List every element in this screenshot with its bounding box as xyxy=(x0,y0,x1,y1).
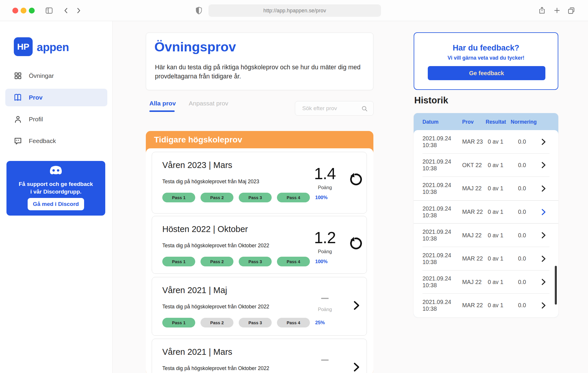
row-chevron-icon[interactable] xyxy=(539,208,548,216)
no-score-dash xyxy=(321,359,329,361)
table-scrollbar[interactable] xyxy=(555,266,557,305)
score-label: Poäng xyxy=(308,185,342,190)
historik-table-body: 2021.09.24 10:38 MAR 23 0 av 1 0.0 2021.… xyxy=(414,130,558,317)
test-card-description: Testa dig på högskoleprovet från Oktober… xyxy=(162,365,269,372)
pass-3-badge: Pass 3 xyxy=(239,193,272,202)
row-datum: 2021.09.24 10:38 xyxy=(422,135,462,149)
row-normering: 0.0 xyxy=(511,232,539,239)
historik-row[interactable]: 2021.09.24 10:38 MAR 22 0 av 1 0.0 xyxy=(414,294,558,317)
column-header-resultat: Resultat xyxy=(486,118,511,125)
historik-row[interactable]: 2021.09.24 10:38 MAJ 22 0 av 1 0.0 xyxy=(414,224,558,247)
historik-row[interactable]: 2021.09.24 10:38 MAR 23 0 av 1 0.0 xyxy=(414,130,558,154)
test-card-hosten-2022-oktober[interactable]: Hösten 2022 | Oktober Testa dig på högsk… xyxy=(152,216,367,274)
score-label: Poäng xyxy=(308,307,342,312)
row-prov: MAJ 22 xyxy=(462,279,486,285)
book-icon xyxy=(14,93,22,102)
historik-row[interactable]: 2021.09.24 10:38 MAJ 22 0 av 1 0.0 xyxy=(414,270,558,294)
section-body: Våren 2023 | Mars Testa dig på högskolep… xyxy=(146,148,373,373)
row-resultat: 0 av 1 xyxy=(486,209,511,215)
feedback-card: Har du feedback? Vi vill gärna veta vad … xyxy=(414,32,558,90)
app-logo[interactable]: HP xyxy=(14,37,33,56)
row-chevron-icon[interactable] xyxy=(539,231,548,240)
row-resultat: 0 av 1 xyxy=(486,138,511,145)
pass-4-badge: Pass 4 xyxy=(277,318,310,327)
sidebar-item-ovningar[interactable]: Övningar xyxy=(5,67,107,85)
tab-overview-icon[interactable] xyxy=(567,6,575,16)
sidebar-item-profil[interactable]: Profil xyxy=(5,110,107,128)
grid-icon xyxy=(14,71,22,80)
discord-join-button[interactable]: Gå med i Discord xyxy=(28,198,84,210)
sidebar: HP appen Övningar Prov Profil xyxy=(0,21,113,373)
row-normering: 0.0 xyxy=(511,162,539,169)
test-card-varen-2021-mars[interactable]: Våren 2021 | Mars Testa dig på högskolep… xyxy=(152,339,367,373)
minimize-window-button[interactable] xyxy=(21,8,26,14)
retry-icon[interactable] xyxy=(348,173,362,187)
row-chevron-icon[interactable] xyxy=(539,254,548,263)
retry-icon[interactable] xyxy=(348,237,362,251)
open-test-chevron-icon[interactable] xyxy=(350,361,362,373)
historik-title: Historik xyxy=(414,95,448,106)
pass-2-badge: Pass 2 xyxy=(201,318,233,327)
historik-table: Datum Prov Resultat Normering 2021.09.24… xyxy=(414,113,558,317)
open-test-chevron-icon[interactable] xyxy=(350,300,362,312)
historik-row[interactable]: 2021.09.24 10:38 OKT 22 0 av 1 0.0 xyxy=(414,154,558,177)
chat-quote-icon xyxy=(14,137,22,145)
section-title: Tidigare högskoleprov xyxy=(154,135,242,145)
row-prov: MAR 22 xyxy=(462,255,486,262)
test-card-varen-2023-mars[interactable]: Våren 2023 | Mars Testa dig på högskolep… xyxy=(152,152,367,214)
tab-alla-prov[interactable]: Alla prov xyxy=(149,100,176,107)
address-bar[interactable]: http://app.hpappen.se/prov xyxy=(208,4,381,17)
historik-row[interactable]: 2021.09.24 10:38 MAR 22 0 av 1 0.0 xyxy=(414,247,558,270)
completion-percent: 25% xyxy=(315,320,325,325)
test-card-title: Hösten 2022 | Oktober xyxy=(162,224,248,234)
search-icon[interactable] xyxy=(361,105,368,112)
pass-4-badge: Pass 4 xyxy=(277,257,310,266)
row-chevron-icon[interactable] xyxy=(539,137,548,146)
completion-percent: 100% xyxy=(315,259,328,264)
column-header-prov: Prov xyxy=(462,118,486,125)
row-datum: 2021.09.24 10:38 xyxy=(422,182,462,195)
shield-icon[interactable] xyxy=(195,6,203,16)
sidebar-item-feedback[interactable]: Feedback xyxy=(5,132,107,150)
new-tab-icon[interactable] xyxy=(553,6,561,16)
score-value: 1.4 xyxy=(308,166,342,182)
give-feedback-button[interactable]: Ge feedback xyxy=(428,66,545,80)
score-value: 1.2 xyxy=(308,230,342,246)
test-card-varen-2021-maj[interactable]: Våren 2021 | Maj Testa dig på högskolepr… xyxy=(152,277,367,336)
pass-1-badge: Pass 1 xyxy=(162,257,195,266)
completion-percent: 100% xyxy=(315,195,328,200)
row-chevron-icon[interactable] xyxy=(539,184,548,193)
zoom-window-button[interactable] xyxy=(29,8,35,14)
close-window-button[interactable] xyxy=(12,8,18,14)
sidebar-item-label: Prov xyxy=(29,94,43,101)
row-resultat: 0 av 1 xyxy=(486,232,511,239)
row-chevron-icon[interactable] xyxy=(539,278,548,286)
sidebar-toggle-icon[interactable] xyxy=(45,6,53,16)
intro-card: Övningsprov Här kan du testa dig på rikt… xyxy=(146,33,373,90)
forward-icon[interactable] xyxy=(75,7,82,16)
tab-anpassat-prov[interactable]: Anpassat prov xyxy=(189,100,228,107)
back-icon[interactable] xyxy=(62,7,70,16)
discord-text-line2: i vår Discordgrupp. xyxy=(6,188,105,196)
test-card-description: Testa dig på högskoleprovet från Oktober… xyxy=(162,304,269,310)
discord-icon xyxy=(48,165,64,177)
row-normering: 0.0 xyxy=(511,209,539,215)
row-normering: 0.0 xyxy=(511,138,539,145)
pass-3-badge: Pass 3 xyxy=(239,318,272,327)
historik-row-selected[interactable]: 2021.09.24 10:38 MAR 22 0 av 1 0.0 xyxy=(414,200,558,224)
row-prov: MAJ 22 xyxy=(462,185,486,192)
pass-1-badge: Pass 1 xyxy=(162,318,195,327)
row-normering: 0.0 xyxy=(511,185,539,192)
row-chevron-icon[interactable] xyxy=(539,301,548,310)
row-resultat: 0 av 1 xyxy=(486,185,511,192)
test-card-title: Våren 2021 | Mars xyxy=(162,347,232,357)
sidebar-item-label: Övningar xyxy=(29,72,54,79)
row-chevron-icon[interactable] xyxy=(539,161,548,169)
historik-row[interactable]: 2021.09.24 10:38 MAJ 22 0 av 1 0.0 xyxy=(414,177,558,200)
row-datum: 2021.09.24 10:38 xyxy=(422,205,462,219)
search-input[interactable] xyxy=(302,101,358,115)
share-icon[interactable] xyxy=(538,6,546,16)
sidebar-item-prov[interactable]: Prov xyxy=(5,89,107,106)
row-datum: 2021.09.24 10:38 xyxy=(422,228,462,242)
row-normering: 0.0 xyxy=(511,279,539,285)
